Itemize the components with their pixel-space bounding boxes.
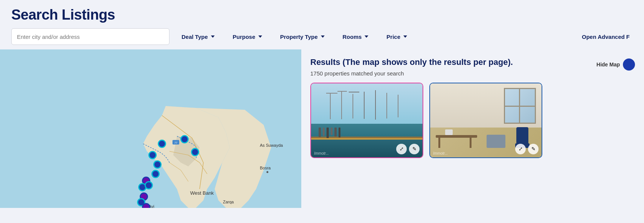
results-panel: Results (The map shows only the results … [301, 49, 644, 223]
deal-type-chevron-icon [211, 35, 215, 38]
map-marker[interactable] [180, 135, 189, 143]
main-content: 77 40 As Suwayda Bosra West Bank Tel Avi… [0, 49, 644, 223]
map-marker[interactable] [151, 170, 160, 178]
rooms-chevron-icon [365, 35, 368, 38]
card-icon-btn-2[interactable]: ✎ [409, 144, 420, 154]
search-input-wrapper [11, 28, 169, 45]
card-overlay-icons: ⤢ ✎ [396, 144, 420, 154]
results-title: Results (The map shows only the results … [310, 57, 513, 68]
property-card-interior[interactable]: ⤢ ✎ Immotr... [429, 83, 542, 158]
property-type-label: Property Type [280, 34, 318, 40]
card-overlay-icons-2: ⤢ ✎ [515, 144, 539, 154]
markers-layer [0, 49, 301, 208]
results-info: Results (The map shows only the results … [310, 57, 513, 77]
advanced-button-label: Open Advanced F [582, 34, 630, 40]
results-header: Results (The map shows only the results … [310, 57, 635, 77]
open-advanced-button[interactable]: Open Advanced F [579, 34, 633, 40]
deal-type-label: Deal Type [182, 34, 208, 40]
results-count: 1750 properties matched your search [310, 70, 513, 77]
price-chevron-icon [403, 35, 407, 38]
property-type-chevron-icon [321, 35, 325, 38]
cards-row: ⤢ ✎ Immotr... [310, 83, 635, 158]
card-watermark-2: Immotr... [433, 151, 448, 155]
map-marker[interactable] [158, 140, 166, 148]
property-card-marina[interactable]: ⤢ ✎ Immotr... [310, 83, 423, 158]
deal-type-filter[interactable]: Deal Type [175, 28, 221, 45]
page-wrapper: Search Listings Deal Type Purpose Proper… [0, 0, 644, 223]
page-title: Search Listings [11, 7, 633, 23]
purpose-chevron-icon [258, 35, 262, 38]
search-input[interactable] [11, 28, 169, 45]
price-label: Price [386, 34, 400, 40]
search-bar-row: Deal Type Purpose Property Type Rooms Pr… [11, 28, 633, 45]
map-marker[interactable] [142, 203, 150, 208]
card-icon-btn-1[interactable]: ⤢ [396, 144, 407, 154]
card-icon-btn-4[interactable]: ✎ [528, 144, 539, 154]
card-watermark: Immotr... [314, 151, 329, 155]
hide-map-icon [623, 58, 635, 71]
rooms-filter[interactable]: Rooms [337, 28, 375, 45]
map-marker[interactable] [191, 148, 199, 156]
map-marker[interactable] [148, 151, 157, 159]
card-icon-btn-3[interactable]: ⤢ [515, 144, 526, 154]
hide-map-label: Hide Map [597, 62, 620, 68]
header: Search Listings Deal Type Purpose Proper… [0, 0, 644, 49]
purpose-label: Purpose [233, 34, 255, 40]
map-marker[interactable] [153, 160, 162, 169]
map-marker[interactable] [145, 181, 153, 189]
hide-map-button[interactable]: Hide Map [597, 57, 635, 71]
map-background: 77 40 As Suwayda Bosra West Bank Tel Avi… [0, 49, 301, 208]
price-filter[interactable]: Price [380, 28, 413, 45]
property-type-filter[interactable]: Property Type [274, 28, 331, 45]
map-area[interactable]: 77 40 As Suwayda Bosra West Bank Tel Avi… [0, 49, 301, 208]
rooms-label: Rooms [343, 34, 362, 40]
purpose-filter[interactable]: Purpose [227, 28, 268, 45]
